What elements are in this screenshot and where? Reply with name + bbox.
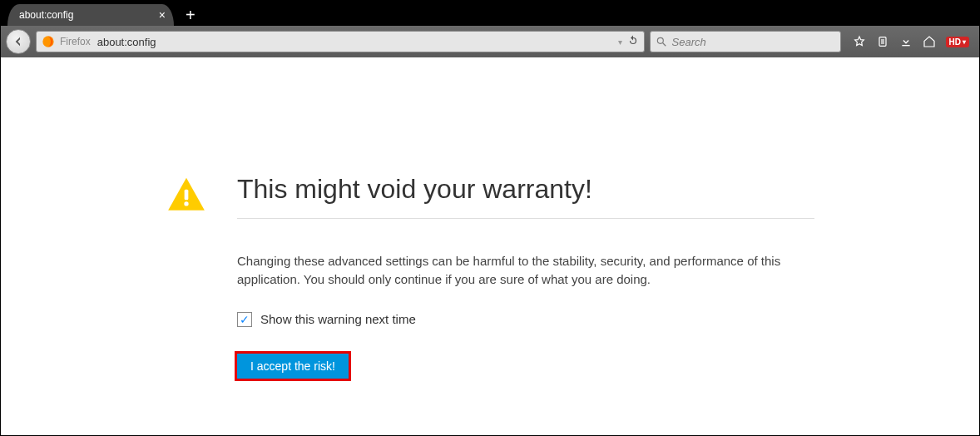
search-bar[interactable]: Search [650, 31, 841, 52]
bookmark-star-button[interactable] [853, 35, 866, 48]
reload-icon [627, 35, 639, 47]
home-button[interactable] [923, 35, 936, 48]
svg-point-9 [184, 201, 188, 206]
navigation-toolbar: Firefox about:config ▾ Search HD [1, 26, 979, 57]
downloads-button[interactable] [899, 35, 913, 48]
show-warning-checkbox-row: ✓ Show this warning next time [237, 312, 814, 327]
warning-icon [166, 174, 207, 219]
accept-risk-button[interactable]: I accept the risk! [237, 354, 349, 379]
download-icon [899, 35, 913, 48]
hd-badge-label: HD [949, 37, 961, 47]
search-icon [656, 36, 667, 47]
warning-title: This might void your warranty! [237, 174, 814, 219]
firefox-icon [42, 35, 55, 48]
svg-point-1 [657, 37, 663, 43]
svg-rect-7 [902, 45, 909, 46]
url-text: about:config [97, 36, 156, 48]
dropdown-icon[interactable]: ▾ [618, 37, 622, 47]
warning-panel: This might void your warranty! Changing … [166, 174, 814, 435]
show-warning-checkbox[interactable]: ✓ [237, 312, 252, 327]
star-icon [853, 35, 866, 48]
identity-label: Firefox [60, 36, 91, 47]
content-viewport: This might void your warranty! Changing … [1, 57, 979, 435]
back-button[interactable] [6, 29, 31, 54]
arrow-left-icon [12, 35, 25, 48]
svg-rect-8 [185, 190, 189, 201]
tab-strip: about:config × + [1, 1, 979, 26]
url-bar[interactable]: Firefox about:config ▾ [36, 31, 645, 52]
hd-badge[interactable]: HD [946, 37, 969, 47]
warning-text: Changing these advanced settings can be … [237, 252, 814, 289]
new-tab-button[interactable]: + [186, 4, 196, 26]
tab-about-config[interactable]: about:config × [7, 4, 174, 26]
toolbar-icons: HD [846, 35, 974, 48]
reload-button[interactable] [627, 35, 639, 49]
show-warning-label: Show this warning next time [260, 312, 416, 326]
svg-line-2 [662, 43, 666, 47]
search-placeholder: Search [672, 36, 706, 48]
close-icon[interactable]: × [159, 8, 166, 22]
clipboard-icon [876, 35, 889, 48]
home-icon [923, 35, 936, 48]
reading-list-button[interactable] [876, 35, 889, 48]
tab-title: about:config [19, 9, 152, 21]
